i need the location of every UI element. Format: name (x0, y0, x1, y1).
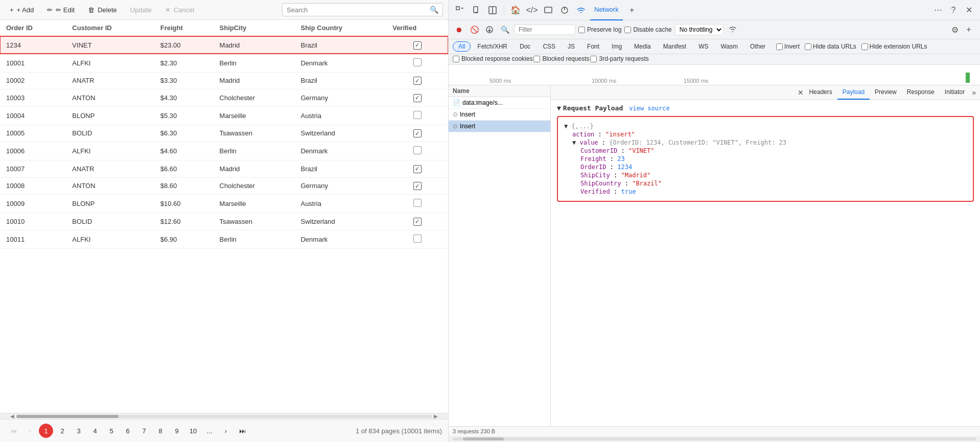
scroll-right-arrow[interactable]: ▶ (434, 413, 438, 419)
preserve-log-label[interactable]: Preserve log (578, 26, 621, 33)
tree-value-toggle[interactable]: ▼ (572, 139, 576, 146)
edit-button[interactable]: ✏ ✏ Edit (42, 4, 79, 16)
panels-icon[interactable] (485, 3, 500, 17)
page-btn-8[interactable]: 8 (153, 424, 168, 438)
page-btn-7[interactable]: 7 (137, 424, 151, 438)
blocked-cookies-checkbox[interactable] (453, 56, 459, 62)
help-icon[interactable]: ? (946, 3, 961, 17)
table-row[interactable]: 10011 ALFKI $6.90 Berlin Denmark (0, 230, 448, 248)
network-tab[interactable]: Network (590, 0, 623, 20)
code-icon[interactable]: </> (525, 3, 539, 17)
blocked-requests-label[interactable]: Blocked requests (533, 55, 589, 62)
filter-tab-fetch/xhr[interactable]: Fetch/XHR (472, 41, 513, 52)
table-row[interactable]: 10003 ANTON $4.30 Cholchester Germany (0, 89, 448, 107)
invert-label[interactable]: Invert (776, 43, 800, 50)
page-btn-6[interactable]: 6 (121, 424, 135, 438)
verified-checkbox[interactable] (413, 235, 422, 243)
add-tab-icon[interactable]: + (625, 3, 639, 17)
table-row[interactable]: 10009 BLONP $10.60 Marseille Austria (0, 195, 448, 213)
table-row[interactable]: 10007 ANATR $6.60 Madrid Brazil (0, 160, 448, 178)
filter-input[interactable] (514, 25, 575, 35)
filter-tab-all[interactable]: All (453, 41, 471, 52)
more-icon[interactable]: ⋯ (931, 3, 945, 17)
verified-checkbox[interactable] (413, 129, 422, 137)
verified-checkbox[interactable] (413, 218, 422, 226)
add-network-icon[interactable]: + (962, 22, 976, 37)
hide-ext-urls-label[interactable]: Hide extension URLs (861, 43, 927, 50)
detail-more-icon[interactable]: » (972, 88, 976, 97)
hide-ext-urls-checkbox[interactable] (861, 43, 868, 50)
payload-collapse-icon[interactable]: ▼ (557, 104, 561, 112)
page-next-button[interactable]: › (219, 424, 233, 438)
detail-tab-payload[interactable]: Payload (837, 85, 870, 100)
close-button[interactable]: ✕ (962, 3, 976, 17)
detail-tab-initiator[interactable]: Initiator (940, 85, 970, 100)
hide-data-urls-label[interactable]: Hide data URLs (805, 43, 856, 50)
page-btn-10[interactable]: 10 (186, 424, 200, 438)
page-last-button[interactable]: ⏭ (235, 424, 249, 438)
third-party-checkbox[interactable] (590, 56, 597, 62)
filter-tab-doc[interactable]: Doc (514, 41, 536, 52)
blocked-requests-checkbox[interactable] (533, 56, 540, 62)
performance-icon[interactable] (557, 3, 572, 17)
devtools-scroll-thumb[interactable] (463, 437, 504, 440)
page-btn-2[interactable]: 2 (55, 424, 69, 438)
page-btn-5[interactable]: 5 (104, 424, 119, 438)
online-icon[interactable] (727, 24, 739, 36)
filter-tab-img[interactable]: Img (606, 41, 627, 52)
update-button[interactable]: Update (126, 4, 156, 16)
request-list-item[interactable]: ⊙Insert (449, 121, 550, 132)
horizontal-scrollbar[interactable]: ◀ ▶ (0, 413, 448, 419)
hide-data-urls-checkbox[interactable] (805, 43, 811, 50)
page-btn-1[interactable]: 1 (39, 424, 53, 438)
disable-cache-checkbox[interactable] (624, 27, 631, 33)
tree-root-toggle[interactable]: ▼ (564, 123, 568, 130)
scroll-left-arrow[interactable]: ◀ (10, 413, 14, 419)
table-row[interactable]: 10002 ANATR $3.30 Madrid Brazil (0, 72, 448, 89)
filter-tab-manifest[interactable]: Manifest (658, 41, 692, 52)
detail-tab-headers[interactable]: Headers (804, 85, 837, 100)
inspect-icon[interactable] (453, 3, 467, 17)
scrollbar-thumb[interactable] (16, 415, 119, 418)
page-btn-9[interactable]: 9 (170, 424, 184, 438)
record-button[interactable]: ⏺ (453, 24, 465, 36)
verified-checkbox[interactable] (413, 58, 422, 66)
search-input[interactable] (287, 6, 430, 14)
filter-tab-wasm[interactable]: Wasm (715, 41, 744, 52)
throttle-select[interactable]: No throttling (675, 24, 724, 35)
filter-tab-css[interactable]: CSS (537, 41, 561, 52)
filter-tab-ws[interactable]: WS (693, 41, 714, 52)
home-icon[interactable]: 🏠 (508, 3, 523, 17)
verified-checkbox[interactable] (413, 165, 422, 173)
import-har-icon[interactable] (483, 24, 496, 36)
cancel-button[interactable]: ✕ Cancel (160, 4, 199, 16)
clear-button[interactable]: 🚫 (468, 24, 480, 36)
filter-tab-other[interactable]: Other (744, 41, 771, 52)
wifi-icon[interactable] (574, 3, 588, 17)
blocked-cookies-label[interactable]: Blocked response cookies (453, 55, 532, 62)
console-icon[interactable] (541, 3, 555, 17)
verified-checkbox[interactable] (413, 182, 422, 190)
table-row[interactable]: 10004 BLONP $5.30 Marseille Austria (0, 106, 448, 125)
add-button[interactable]: + + Add (5, 4, 38, 16)
detail-tab-preview[interactable]: Preview (870, 85, 902, 100)
third-party-label[interactable]: 3rd-party requests (590, 55, 648, 62)
page-btn-3[interactable]: 3 (72, 424, 86, 438)
detail-close-button[interactable]: ✕ (798, 88, 804, 97)
page-btn-4[interactable]: 4 (88, 424, 102, 438)
table-row[interactable]: 10008 ANTON $8.60 Cholchester Germany (0, 177, 448, 195)
page-btn-more[interactable]: ... (202, 424, 217, 438)
table-row[interactable]: 10001 ALFKI $2.30 Berlin Denmark (0, 54, 448, 72)
filter-tab-js[interactable]: JS (562, 41, 580, 52)
verified-checkbox[interactable] (413, 199, 422, 207)
table-row-selected[interactable]: 1234 VINET $23.00 Madrid Brazil (0, 36, 448, 54)
verified-checkbox[interactable] (413, 41, 422, 50)
table-row[interactable]: 10010 BOLID $12.60 Tsawassen Switzerland (0, 213, 448, 230)
disable-cache-label[interactable]: Disable cache (624, 26, 671, 33)
preserve-log-checkbox[interactable] (578, 27, 585, 33)
invert-checkbox[interactable] (776, 43, 783, 50)
verified-checkbox[interactable] (413, 94, 422, 102)
view-source-link[interactable]: view source (629, 105, 669, 112)
devtools-h-scrollbar[interactable] (449, 436, 980, 442)
request-list-item[interactable]: 📄data:image/s... (449, 97, 550, 109)
